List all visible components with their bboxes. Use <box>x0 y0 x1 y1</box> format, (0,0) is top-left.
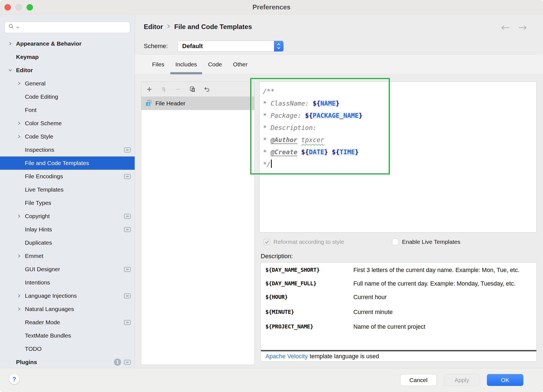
sidebar-item-inlay-hints[interactable]: Inlay Hints <box>0 223 135 236</box>
reformat-checkbox[interactable] <box>263 239 270 245</box>
settings-tree: Appearance & BehaviorKeymapEditorGeneral… <box>0 37 135 368</box>
live-templates-checkbox[interactable] <box>392 239 399 245</box>
tab-code[interactable]: Code <box>203 54 228 74</box>
template-variable: ${NAME} <box>313 100 340 107</box>
tab-includes[interactable]: Includes <box>170 54 202 74</box>
variable-row: ${DAY_NAME_FULL}Full name of the current… <box>265 279 532 288</box>
tab-files[interactable]: Files <box>147 54 170 74</box>
scheme-dropdown[interactable]: Default <box>177 41 284 52</box>
search-options-caret-icon[interactable] <box>16 25 19 30</box>
sidebar-item-live-templates[interactable]: Live Templates <box>0 183 135 196</box>
search-input[interactable] <box>4 22 130 33</box>
sidebar-item-label: Inlay Hints <box>25 226 52 233</box>
sidebar-item-label: File Encodings <box>25 173 63 180</box>
dropdown-stepper-icon[interactable] <box>274 41 283 51</box>
revert-button[interactable] <box>204 86 210 92</box>
breadcrumb-editor[interactable]: Editor <box>144 23 163 31</box>
sidebar-item-label: Natural Languages <box>25 306 74 312</box>
variable-row: ${MINUTE}Current minute <box>265 308 532 317</box>
sidebar-item-language-injections[interactable]: Language Injections <box>0 289 135 302</box>
sidebar-item-general[interactable]: General <box>0 77 135 90</box>
template-variable: ${TIME} <box>332 148 359 156</box>
apache-velocity-link[interactable]: Apache Velocity <box>265 353 308 360</box>
zoom-button[interactable] <box>27 4 33 11</box>
sidebar-item-intentions[interactable]: Intentions <box>0 276 135 289</box>
sidebar-item-label: General <box>25 80 46 87</box>
chevron-right-icon[interactable] <box>16 213 22 219</box>
chevron-right-icon[interactable] <box>16 306 22 312</box>
add-from-template-button <box>161 86 167 92</box>
sidebar-item-file-types[interactable]: File Types <box>0 196 135 210</box>
sidebar-item-todo[interactable]: TODO <box>0 342 135 356</box>
sidebar-item-reader-mode[interactable]: Reader Mode <box>0 316 135 329</box>
sidebar-item-emmet[interactable]: Emmet <box>0 249 135 263</box>
sidebar-item-label: Editor <box>16 67 33 74</box>
sidebar-item-gui-designer[interactable]: GUI Designer <box>0 263 135 276</box>
add-button[interactable] <box>146 86 152 92</box>
minimize-button[interactable] <box>15 4 22 11</box>
tab-other[interactable]: Other <box>228 54 253 74</box>
count-badge: 1 <box>114 359 121 366</box>
sidebar-item-label: File Types <box>25 200 51 206</box>
settings-content: Editor File and Code Templates Scheme: D… <box>135 15 543 368</box>
template-item-file-header[interactable]: JFile Header <box>141 96 254 110</box>
variable-row: ${DAY_NAME_SHORT}First 3 letters of the … <box>265 266 532 275</box>
sidebar-item-appearance-behavior[interactable]: Appearance & Behavior <box>0 37 135 50</box>
titlebar: Preferences <box>0 0 543 15</box>
sidebar-item-file-and-code-templates[interactable]: File and Code Templates <box>0 156 135 170</box>
sidebar-item-label: Language Injections <box>25 292 77 299</box>
chevron-spacer <box>16 319 22 325</box>
duplicate-button[interactable] <box>189 86 195 92</box>
chevron-down-icon[interactable] <box>7 67 13 73</box>
sidebar-item-code-style[interactable]: Code Style <box>0 130 135 143</box>
help-button[interactable]: ? <box>9 374 19 384</box>
sidebar-item-label: Inspections <box>25 147 54 153</box>
forward-arrow-icon[interactable] <box>518 25 528 32</box>
breadcrumb-separator-icon <box>167 23 170 31</box>
chevron-right-icon[interactable] <box>16 253 22 259</box>
sidebar-item-label: Code Editing <box>25 93 58 100</box>
description-panel: ${DAY_NAME_SHORT}First 3 letters of the … <box>261 262 537 362</box>
variable-row: ${PROJECT_NAME}Name of the current proje… <box>265 323 532 331</box>
sidebar-item-label: TODO <box>25 346 41 352</box>
sidebar-item-label: Duplicates <box>25 239 52 246</box>
include-template-icon: J <box>145 99 153 108</box>
chevron-right-icon[interactable] <box>16 120 22 126</box>
sidebar-item-natural-languages[interactable]: Natural Languages <box>0 302 135 316</box>
cancel-button[interactable]: Cancel <box>400 374 437 386</box>
sidebar-item-code-editing[interactable]: Code Editing <box>0 90 135 103</box>
code-line: * Package: ${PACKAGE_NAME} <box>263 109 536 122</box>
live-templates-label: Enable Live Templates <box>402 239 460 245</box>
close-button[interactable] <box>4 4 11 11</box>
back-arrow-icon[interactable] <box>500 25 510 32</box>
sidebar-item-plugins[interactable]: Plugins1 <box>0 356 135 368</box>
sidebar-item-color-scheme[interactable]: Color Scheme <box>0 117 135 130</box>
window-title: Preferences <box>252 3 290 11</box>
template-code-editor[interactable]: /*** ClassName: ${NAME}* Package: ${PACK… <box>259 82 537 232</box>
remove-button <box>175 86 181 92</box>
chevron-right-icon[interactable] <box>16 293 22 299</box>
sidebar-item-editor[interactable]: Editor <box>0 64 135 77</box>
chevron-right-icon[interactable] <box>16 80 22 87</box>
sidebar-item-keymap[interactable]: Keymap <box>0 50 135 64</box>
history-navigation <box>500 25 528 32</box>
chevron-spacer <box>16 346 22 352</box>
templates-workspace: JFile Header /*** ClassName: ${NAME}* Pa… <box>135 74 543 368</box>
sidebar-item-duplicates[interactable]: Duplicates <box>0 236 135 249</box>
description-label: Description: <box>261 253 293 260</box>
project-level-icon <box>124 174 131 179</box>
breadcrumb-file-and-code-templates: File and Code Templates <box>174 23 252 31</box>
apply-button[interactable]: Apply <box>444 374 480 386</box>
variable-description: Name of the current project <box>353 323 532 331</box>
sidebar-item-textmate-bundles[interactable]: TextMate Bundles <box>0 329 135 342</box>
breadcrumb: Editor File and Code Templates <box>144 22 252 32</box>
sidebar-item-file-encodings[interactable]: File Encodings <box>0 170 135 183</box>
chevron-right-icon[interactable] <box>16 134 22 140</box>
template-variable: ${DATE} <box>301 148 328 156</box>
sidebar-item-copyright[interactable]: Copyright <box>0 210 135 223</box>
sidebar-item-inspections[interactable]: Inspections <box>0 143 135 156</box>
ok-button[interactable]: OK <box>487 374 523 386</box>
chevron-right-icon[interactable] <box>7 41 13 47</box>
sidebar-item-font[interactable]: Font <box>0 103 135 117</box>
sidebar-item-label: Font <box>25 107 36 113</box>
